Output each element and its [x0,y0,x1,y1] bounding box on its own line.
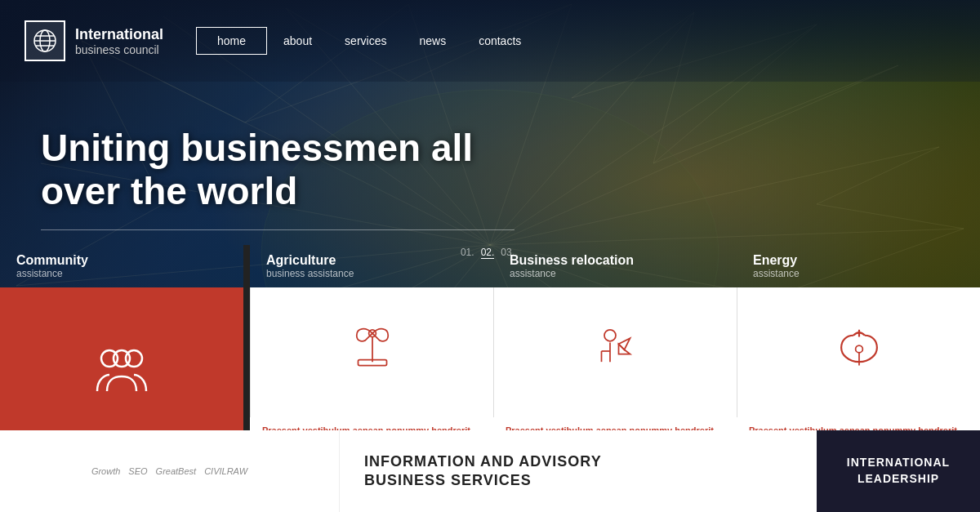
service-card-energy[interactable]: Energyassistance Praesent vestibulum aen… [737,245,980,457]
svg-point-49 [604,329,616,341]
nav-item-contacts[interactable]: contacts [462,28,537,54]
site-header: International business council homeabout… [0,0,980,82]
service-subtitle-agriculture: business assistance [266,268,477,279]
intl-leadership-label: INTERNATIONAL Leadership [847,455,950,487]
svg-point-50 [855,345,862,353]
service-header-relocation: Business relocationassistance [493,245,737,287]
service-subtitle-community: assistance [16,268,227,279]
main-nav: homeaboutservicesnewscontacts [188,27,537,55]
nav-item-news[interactable]: news [403,28,462,54]
bottom-section: GrowthSEOGreatBestCIVILRAW INFORMATION A… [0,430,980,512]
service-icon-area-energy [737,287,980,417]
partner-logo-seo: SEO [128,466,147,476]
touch-icon [831,323,888,383]
partner-logo-growth: Growth [91,466,120,476]
globe-icon [32,28,58,54]
service-title-agriculture: Agriculture [266,253,477,268]
puzzle-person-icon [587,323,644,383]
nav-item-home[interactable]: home [196,27,267,55]
bottom-logos-area: GrowthSEOGreatBestCIVILRAW [0,430,339,512]
nav-item-about[interactable]: about [267,28,328,54]
service-subtitle-relocation: assistance [510,268,720,279]
service-card-agriculture[interactable]: Agriculturebusiness assistance Praesent … [250,245,493,457]
hero-title: Uniting businessmen all over the world [41,127,514,213]
hero-content: Uniting businessmen all over the world 0… [41,127,514,263]
svg-line-32 [817,204,964,229]
services-row: Communityassistance Agriculturebusiness … [0,245,980,457]
hero-divider [41,229,514,230]
info-title: INFORMATION AND ADVISORY BUSINESS SERVIC… [364,452,792,491]
service-card-community[interactable]: Communityassistance [0,245,243,457]
bottom-info: INFORMATION AND ADVISORY BUSINESS SERVIC… [339,430,817,512]
service-title-community: Community [16,253,227,268]
logo-area[interactable]: International business council [24,20,163,61]
service-title-energy: Energy [753,253,964,268]
service-header-energy: Energyassistance [737,245,980,287]
apple-icon [344,323,401,383]
card-divider [243,245,250,457]
svg-point-45 [114,350,130,367]
intl-leadership-block[interactable]: INTERNATIONAL Leadership [817,430,980,512]
brand-name: International [75,26,163,43]
svg-line-31 [817,147,939,204]
service-card-relocation[interactable]: Business relocationassistance Praesent v… [493,245,737,457]
nav-item-services[interactable]: services [328,28,403,54]
people-icon [89,338,154,407]
logo-text: International business council [75,26,163,56]
service-icon-area-agriculture [250,287,493,417]
partner-logo-civilraw: CIVILRAW [204,466,247,476]
service-header-agriculture: Agriculturebusiness assistance [250,245,493,287]
partner-logo-greatbest: GreatBest [156,466,197,476]
service-icon-area-relocation [493,287,737,417]
partner-logos: GrowthSEOGreatBestCIVILRAW [91,466,247,476]
logo-box [24,20,65,61]
brand-sub: business council [75,43,163,56]
service-subtitle-energy: assistance [753,268,964,279]
service-title-relocation: Business relocation [510,253,720,268]
service-header-community: Communityassistance [0,245,243,287]
